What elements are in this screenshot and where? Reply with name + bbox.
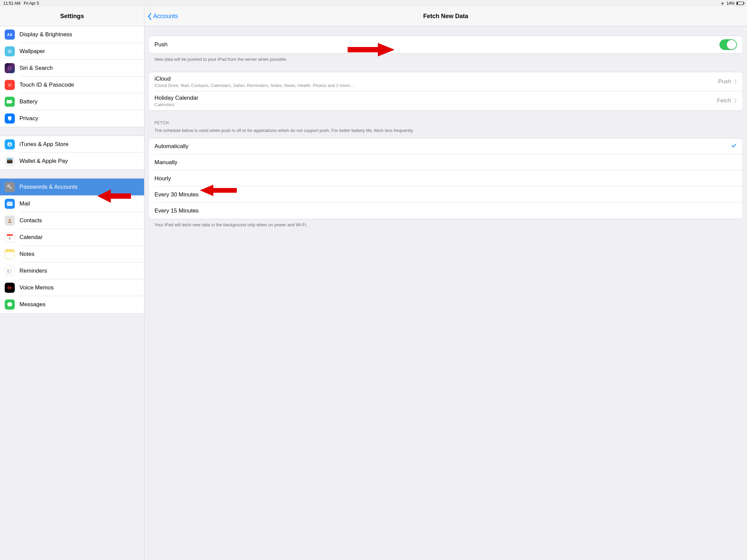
fetch-option-label: Every 30 Minutes (155, 191, 199, 198)
push-footer: New data will be pushed to your iPad fro… (145, 54, 427, 62)
sidebar-item-wallet-apple-pay[interactable]: Wallet & Apple Pay (0, 153, 144, 169)
status-date: Fri Apr 5 (24, 1, 39, 6)
sidebar-item-contacts[interactable]: Contacts (0, 212, 144, 229)
account-name: Holiday Calendar (155, 95, 198, 101)
svg-rect-12 (7, 234, 13, 236)
sidebar-item-calendar[interactable]: 5 Calendar (0, 229, 144, 246)
battery-settings-icon (5, 97, 15, 107)
sidebar-group: iTunes & App Store Wallet & Apple Pay (0, 136, 144, 170)
sidebar-item-label: Battery (20, 98, 37, 105)
sidebar-item-label: Messages (20, 301, 45, 308)
sidebar-item-wallpaper[interactable]: Wallpaper (0, 43, 144, 60)
sidebar-navbar: Settings (0, 7, 144, 26)
account-row-holiday-calendar[interactable]: Holiday Calendar Calendars Fetch (149, 91, 427, 110)
svg-point-14 (7, 269, 8, 270)
sidebar-item-label: Mail (20, 201, 30, 207)
fetch-option-manually[interactable]: Manually (149, 155, 427, 170)
svg-rect-3 (7, 100, 12, 103)
notes-icon (5, 249, 15, 259)
sidebar-item-touch-id-passcode[interactable]: Touch ID & Passcode (0, 77, 144, 93)
settings-sidebar: Settings AA Display & Brightness Wallpap… (0, 7, 145, 320)
voice-memos-icon (5, 283, 15, 293)
sidebar-item-label: Passwords & Accounts (20, 184, 78, 190)
chevron-left-icon (147, 13, 152, 20)
sidebar-item-itunes-app-store[interactable]: iTunes & App Store (0, 136, 144, 153)
svg-point-2 (8, 67, 11, 70)
sidebar-item-label: Siri & Search (20, 65, 53, 72)
wallpaper-icon (5, 46, 15, 56)
push-section: Push (149, 35, 427, 54)
mail-icon (5, 199, 15, 209)
svg-rect-8 (7, 158, 13, 160)
fetch-options-section: Automatically Manually Hourly Every 30 M… (149, 138, 427, 219)
accounts-section: iCloud iCloud Drive, Mail, Contacts, Cal… (149, 72, 427, 111)
fetch-option-every-30-minutes[interactable]: Every 30 Minutes (149, 187, 427, 203)
sidebar-item-label: Wallet & Apple Pay (20, 158, 68, 164)
svg-rect-4 (12, 101, 13, 103)
sidebar-item-messages[interactable]: Messages (0, 296, 144, 313)
sidebar-item-label: Wallpaper (20, 48, 45, 55)
sidebar-item-label: Reminders (20, 268, 47, 274)
sidebar-item-display-brightness[interactable]: AA Display & Brightness (0, 26, 144, 43)
account-name: iCloud (155, 76, 354, 82)
fetch-option-label: Manually (155, 159, 177, 166)
account-sub: Calendars (155, 102, 198, 107)
fetch-option-label: Hourly (155, 175, 171, 182)
status-bar: 11:51 AM Fri Apr 5 14% (0, 0, 427, 7)
privacy-icon (5, 113, 15, 124)
sidebar-item-reminders[interactable]: Reminders (0, 263, 144, 279)
sidebar-item-voice-memos[interactable]: Voice Memos (0, 279, 144, 296)
status-time: 11:51 AM (3, 1, 21, 6)
sidebar-item-label: iTunes & App Store (20, 141, 69, 148)
svg-point-1 (9, 51, 11, 52)
fetch-header: FETCH (145, 111, 427, 126)
svg-point-9 (8, 185, 10, 187)
sidebar-item-passwords-accounts[interactable]: Passwords & Accounts (0, 179, 144, 195)
messages-icon (5, 299, 15, 310)
back-button[interactable]: Accounts (145, 13, 178, 20)
push-row[interactable]: Push (149, 36, 427, 53)
sidebar-item-label: Contacts (20, 217, 42, 224)
fetch-header-sub: The schedule below is used when push is … (145, 126, 427, 134)
contacts-icon (5, 216, 15, 225)
key-icon (5, 182, 15, 192)
svg-text:5: 5 (9, 237, 10, 240)
svg-point-11 (9, 219, 11, 221)
fetch-option-label: Automatically (155, 143, 188, 150)
svg-point-0 (8, 50, 12, 53)
sidebar-item-label: Calendar (20, 234, 43, 241)
display-icon: AA (5, 30, 15, 39)
sidebar-title: Settings (0, 13, 144, 20)
detail-pane: Accounts Fetch New Data Push New data wi… (145, 7, 427, 320)
sidebar-item-mail[interactable]: Mail (0, 195, 144, 212)
fetch-footer: Your iPad will fetch new data in the bac… (145, 219, 427, 228)
svg-rect-10 (7, 202, 13, 206)
touchid-icon (5, 80, 15, 90)
detail-title: Fetch New Data (145, 13, 427, 20)
svg-point-15 (7, 271, 8, 272)
wallet-icon (5, 156, 15, 166)
sidebar-item-privacy[interactable]: Privacy (0, 110, 144, 127)
detail-navbar: Accounts Fetch New Data (145, 7, 427, 26)
push-label: Push (155, 41, 168, 48)
fetch-option-automatically[interactable]: Automatically (149, 138, 427, 155)
sidebar-item-battery[interactable]: Battery (0, 93, 144, 110)
fetch-option-hourly[interactable]: Hourly (149, 170, 427, 187)
sidebar-group: Passwords & Accounts Mail Contacts 5 Cal… (0, 178, 144, 313)
sidebar-item-label: Touch ID & Passcode (20, 82, 74, 88)
account-sub: iCloud Drive, Mail, Contacts, Calendars,… (155, 83, 354, 88)
siri-icon (5, 63, 15, 73)
account-row-icloud[interactable]: iCloud iCloud Drive, Mail, Contacts, Cal… (149, 72, 427, 91)
sidebar-item-label: Privacy (20, 115, 38, 122)
back-label: Accounts (153, 13, 178, 20)
calendar-icon: 5 (5, 232, 15, 242)
sidebar-item-label: Display & Brightness (20, 31, 72, 38)
sidebar-item-siri-search[interactable]: Siri & Search (0, 60, 144, 77)
sidebar-item-label: Notes (20, 251, 34, 258)
fetch-option-label: Every 15 Minutes (155, 208, 199, 214)
sidebar-item-label: Voice Memos (20, 284, 54, 291)
sidebar-item-notes[interactable]: Notes (0, 246, 144, 263)
app-store-icon (5, 139, 15, 150)
svg-point-16 (7, 272, 8, 273)
fetch-option-every-15-minutes[interactable]: Every 15 Minutes (149, 203, 427, 219)
